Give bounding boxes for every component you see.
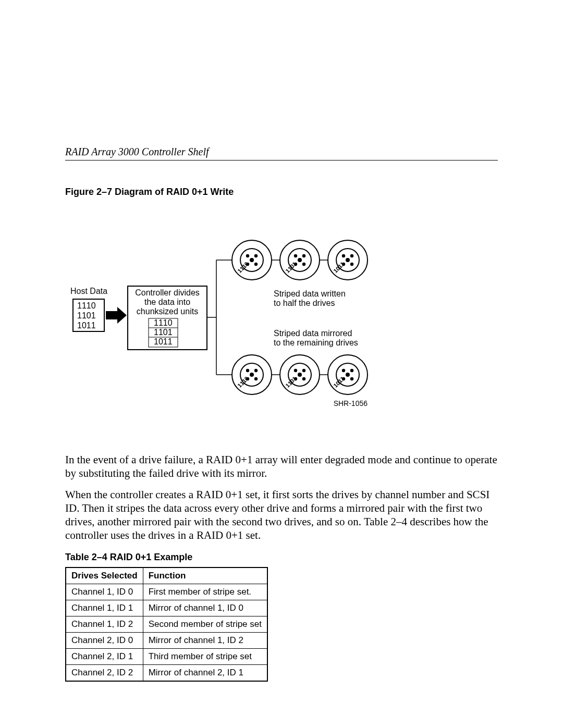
table-header-row: Drives Selected Function [66, 567, 267, 584]
controller-line-1: the data into [144, 298, 190, 306]
page: RAID Array 3000 Controller Shelf Figure … [0, 0, 563, 728]
artwork-id: SHR-1056 [334, 399, 368, 408]
striped-mirrored-line-0: Striped data mirrored [274, 329, 352, 338]
table-row: Channel 2, ID 0Mirror of channel 1, ID 2 [66, 632, 267, 648]
controller-bit-2: 1011 [154, 337, 173, 346]
host-data-label: Host Data [70, 287, 107, 295]
figure-title: Figure 2–7 Diagram of RAID 0+1 Write [65, 187, 498, 198]
running-head: RAID Array 3000 Controller Shelf [65, 146, 498, 161]
controller-bits-box: 1110 1101 1011 [149, 318, 178, 347]
svg-rect-0 [106, 311, 117, 319]
raid-diagram: Host Data 1110 1101 1011 Controller divi… [65, 229, 493, 432]
controller-bit-1: 1101 [154, 328, 173, 337]
paragraph-1: In the event of a drive failure, a RAID … [65, 453, 498, 480]
disk-top-2: 1101 [280, 240, 320, 280]
table-row: Channel 1, ID 0First member of stripe se… [66, 584, 267, 600]
table-header-drives: Drives Selected [66, 567, 143, 584]
table-row: Channel 2, ID 2Mirror of channel 2, ID 1 [66, 664, 267, 681]
host-bit-0: 1110 [77, 301, 96, 310]
disk-bot-3: 1011 [328, 355, 368, 394]
striped-written-line-0: Striped data written [274, 289, 346, 298]
table-row: Channel 1, ID 1Mirror of channel 1, ID 0 [66, 600, 267, 616]
striped-mirrored-line-1: to the remaining drives [274, 338, 358, 347]
striped-written-line-1: to half the drives [274, 299, 335, 307]
controller-line-0: Controller divides [135, 288, 200, 297]
disk-bot-1: 1110 [232, 355, 272, 394]
svg-marker-1 [117, 307, 127, 324]
controller-line-2: chunksized units [137, 307, 198, 316]
controller-bit-0: 1110 [154, 318, 173, 327]
host-bit-2: 1011 [77, 321, 96, 330]
table-header-function: Function [143, 567, 267, 584]
table-row: Channel 1, ID 2Second member of stripe s… [66, 616, 267, 632]
table-row: Channel 2, ID 1Third member of stripe se… [66, 648, 267, 664]
host-bit-1: 1101 [77, 311, 96, 320]
disk-top-1: 1110 [232, 240, 272, 280]
disk-bot-2: 1101 [280, 355, 320, 394]
disk-top-3: 1011 [328, 240, 368, 280]
table-title: Table 2–4 RAID 0+1 Example [65, 552, 498, 563]
arrow-host-to-controller [106, 307, 127, 324]
raid-example-table: Drives Selected Function Channel 1, ID 0… [65, 567, 268, 682]
paragraph-2: When the controller creates a RAID 0+1 s… [65, 488, 498, 542]
connector-lines [207, 260, 232, 375]
